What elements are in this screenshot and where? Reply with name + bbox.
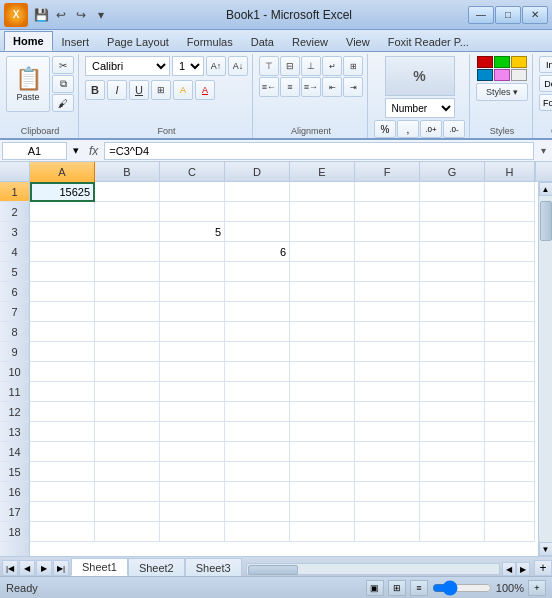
cell-F18[interactable]: [355, 522, 420, 542]
cell-B2[interactable]: [95, 202, 160, 222]
cell-F5[interactable]: [355, 262, 420, 282]
cell-D1[interactable]: [225, 182, 290, 202]
sheet-tab-next-button[interactable]: ▶: [36, 560, 52, 576]
undo-button[interactable]: ↩: [52, 6, 70, 24]
scroll-down-button[interactable]: ▼: [539, 542, 553, 556]
cell-A11[interactable]: [30, 382, 95, 402]
align-left-button[interactable]: ≡←: [259, 77, 279, 97]
font-size-selector[interactable]: 11: [172, 56, 204, 76]
cell-B4[interactable]: [95, 242, 160, 262]
page-layout-view-button[interactable]: ⊞: [388, 580, 406, 596]
cell-A12[interactable]: [30, 402, 95, 422]
number-format-selector[interactable]: Number: [385, 98, 455, 118]
cell-E12[interactable]: [290, 402, 355, 422]
cell-C15[interactable]: [160, 462, 225, 482]
cell-H7[interactable]: [485, 302, 535, 322]
cell-E17[interactable]: [290, 502, 355, 522]
sheet-tab-sheet2[interactable]: Sheet2: [128, 558, 185, 576]
cell-D9[interactable]: [225, 342, 290, 362]
cell-F12[interactable]: [355, 402, 420, 422]
formula-end-button[interactable]: ▾: [536, 144, 550, 158]
cell-F11[interactable]: [355, 382, 420, 402]
decrease-decimal-button[interactable]: .0-: [443, 120, 465, 138]
delete-cells-button[interactable]: Delete ▾: [539, 75, 552, 92]
col-header-C[interactable]: C: [160, 162, 225, 182]
col-header-G[interactable]: G: [420, 162, 485, 182]
fill-color-button[interactable]: A: [173, 80, 193, 100]
col-header-D[interactable]: D: [225, 162, 290, 182]
cell-A10[interactable]: [30, 362, 95, 382]
page-break-view-button[interactable]: ≡: [410, 580, 428, 596]
italic-button[interactable]: I: [107, 80, 127, 100]
cell-C1[interactable]: [160, 182, 225, 202]
row-header-3[interactable]: 3: [0, 222, 29, 242]
cell-G7[interactable]: [420, 302, 485, 322]
col-header-F[interactable]: F: [355, 162, 420, 182]
cell-A2[interactable]: [30, 202, 95, 222]
tab-home[interactable]: Home: [4, 31, 53, 51]
sheet-tab-sheet1[interactable]: Sheet1: [71, 558, 128, 576]
tab-view[interactable]: View: [337, 31, 379, 51]
cell-E13[interactable]: [290, 422, 355, 442]
cut-button[interactable]: ✂: [52, 56, 74, 74]
cell-F13[interactable]: [355, 422, 420, 442]
row-header-7[interactable]: 7: [0, 302, 29, 322]
cell-G14[interactable]: [420, 442, 485, 462]
cell-D6[interactable]: [225, 282, 290, 302]
cell-B12[interactable]: [95, 402, 160, 422]
cell-B11[interactable]: [95, 382, 160, 402]
cell-G5[interactable]: [420, 262, 485, 282]
cell-A14[interactable]: [30, 442, 95, 462]
cell-C16[interactable]: [160, 482, 225, 502]
close-button[interactable]: ✕: [522, 6, 548, 24]
cell-H9[interactable]: [485, 342, 535, 362]
cell-B9[interactable]: [95, 342, 160, 362]
cell-A15[interactable]: [30, 462, 95, 482]
cell-E2[interactable]: [290, 202, 355, 222]
add-sheet-button[interactable]: +: [534, 560, 552, 576]
row-header-4[interactable]: 4: [0, 242, 29, 262]
cell-A16[interactable]: [30, 482, 95, 502]
row-header-16[interactable]: 16: [0, 482, 29, 502]
cell-F16[interactable]: [355, 482, 420, 502]
cell-B14[interactable]: [95, 442, 160, 462]
cell-B8[interactable]: [95, 322, 160, 342]
cell-C7[interactable]: [160, 302, 225, 322]
styles-dropdown-button[interactable]: Styles ▾: [476, 83, 528, 101]
align-middle-button[interactable]: ⊟: [280, 56, 300, 76]
cell-E4[interactable]: [290, 242, 355, 262]
tab-insert[interactable]: Insert: [53, 31, 99, 51]
cell-G1[interactable]: [420, 182, 485, 202]
format-cells-button[interactable]: Format ▾: [539, 94, 552, 111]
bold-button[interactable]: B: [85, 80, 105, 100]
cell-D5[interactable]: [225, 262, 290, 282]
cell-C13[interactable]: [160, 422, 225, 442]
cell-C5[interactable]: [160, 262, 225, 282]
cell-H15[interactable]: [485, 462, 535, 482]
cell-H16[interactable]: [485, 482, 535, 502]
cell-C2[interactable]: [160, 202, 225, 222]
cell-G18[interactable]: [420, 522, 485, 542]
cell-E7[interactable]: [290, 302, 355, 322]
cell-F6[interactable]: [355, 282, 420, 302]
cell-E18[interactable]: [290, 522, 355, 542]
cell-F7[interactable]: [355, 302, 420, 322]
vertical-scrollbar[interactable]: ▲ ▼: [538, 182, 552, 556]
cell-E1[interactable]: [290, 182, 355, 202]
cell-B6[interactable]: [95, 282, 160, 302]
cell-H18[interactable]: [485, 522, 535, 542]
cell-H14[interactable]: [485, 442, 535, 462]
cell-A4[interactable]: [30, 242, 95, 262]
align-top-button[interactable]: ⊤: [259, 56, 279, 76]
cell-G2[interactable]: [420, 202, 485, 222]
cell-D4[interactable]: 6: [225, 242, 290, 262]
cell-B17[interactable]: [95, 502, 160, 522]
formula-expand-button[interactable]: ▾: [69, 144, 83, 158]
cell-E8[interactable]: [290, 322, 355, 342]
cell-H8[interactable]: [485, 322, 535, 342]
sheet-tab-last-button[interactable]: ▶|: [53, 560, 69, 576]
cell-D13[interactable]: [225, 422, 290, 442]
cell-G8[interactable]: [420, 322, 485, 342]
cell-A13[interactable]: [30, 422, 95, 442]
scroll-thumb[interactable]: [540, 201, 552, 241]
